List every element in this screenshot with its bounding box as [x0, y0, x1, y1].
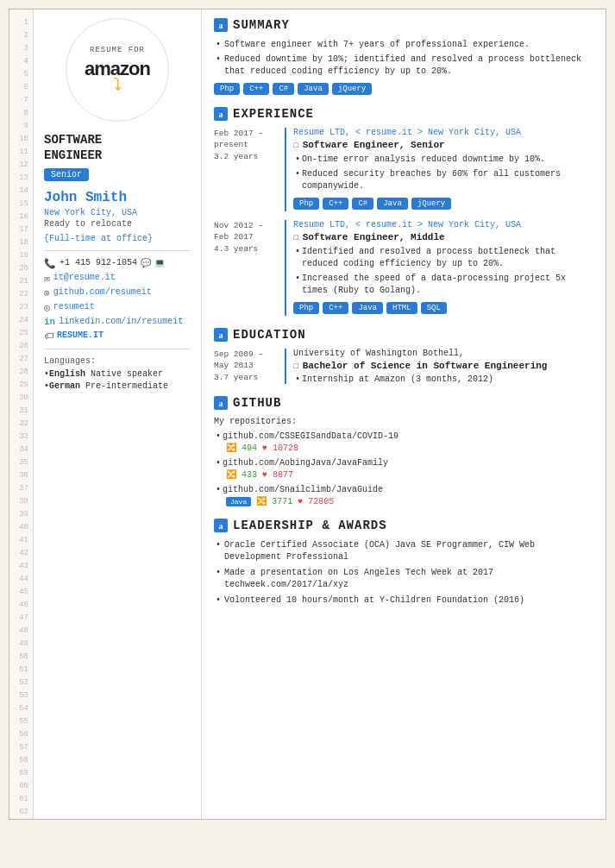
summary-icon: a	[214, 18, 228, 32]
award-bullet-1: Oracle Certified Associate (OCA) Java SE…	[214, 539, 593, 563]
job-1-date: Feb 2017 – present 3.2 years	[214, 128, 276, 211]
email-link[interactable]: it@resume.it	[53, 273, 116, 282]
repo-3-stats: Java 🔀 3771 ♥ 72805	[214, 496, 593, 506]
main-content: a SUMMARY Software engineer with 7+ year…	[202, 9, 606, 819]
tag-csharp: C#	[352, 198, 373, 210]
tag-java: Java	[377, 198, 408, 210]
amazon-logo: amazon ⤵	[85, 58, 150, 95]
experience-icon: a	[214, 107, 228, 121]
phone-icon: 📞	[44, 258, 56, 269]
fork-icon-1: 🔀 494	[226, 443, 257, 453]
job-2-company: Resume LTD, < resume.it > New York City,…	[293, 220, 593, 230]
seniority-badge: Senior	[44, 168, 89, 181]
tag-jquery: jQuery	[411, 198, 451, 210]
person-relocate: Ready to relocate	[44, 219, 191, 229]
divider	[44, 250, 191, 251]
tag-php: Php	[293, 198, 319, 210]
tag-csharp: C#	[273, 83, 294, 95]
job-title: SOFTWARE ENGINEER	[44, 132, 191, 163]
website-icon: ◎	[44, 302, 50, 313]
linkedin-link[interactable]: linkedin.com/in/resumeit	[59, 317, 183, 326]
contact-phone: 📞 +1 415 912-1054 💬 💻	[44, 258, 191, 269]
resume-for-label: RESUME FOR	[90, 46, 145, 54]
github-icon: ⊙	[44, 287, 50, 299]
job-2-bullet-1: Identified and resolved a process bottle…	[293, 246, 593, 270]
linkedin-icon: in	[44, 317, 55, 327]
tag-cpp: C++	[323, 302, 348, 314]
github-section-icon: a	[214, 396, 228, 410]
tag-jquery: jQuery	[332, 83, 372, 95]
company-logo-container: RESUME FOR amazon ⤵	[66, 18, 169, 122]
work-type: {Full-time at office}	[44, 234, 191, 243]
person-location: New York City, USA	[44, 208, 191, 217]
edu-internship: Internship at Amazon (3 months, 2012)	[293, 374, 593, 384]
repo-2: github.com/AobingJava/JavaFamily 🔀 433 ♥…	[214, 458, 593, 480]
edu-school: University of Washington Bothell,	[293, 349, 593, 358]
star-icon-3: ♥ 72805	[298, 497, 334, 506]
resumeit-link[interactable]: RESUME.IT	[57, 330, 104, 340]
awards-title: LEADERSHIP & AWARDS	[233, 519, 387, 532]
job-2-role: Software Engineer, Middle	[293, 231, 593, 242]
skype-icon: 💻	[154, 258, 165, 268]
repo-3-name: github.com/Snailclimb/JavaGuide	[214, 485, 593, 494]
job-1-company: Resume LTD, < resume.it > New York City,…	[293, 128, 593, 137]
website-link[interactable]: resumeit	[53, 302, 95, 311]
summary-section-header: a SUMMARY	[214, 18, 593, 32]
job-2-bullet-2: Increased the speed of a data-processing…	[293, 273, 593, 297]
education-content: Sep 2009 – May 2013 3.7 years University…	[214, 349, 593, 384]
summary-title: SUMMARY	[233, 18, 290, 32]
repo-1-stats: 🔀 494 ♥ 10728	[214, 443, 593, 453]
job-2: Nov 2012 – Feb 2017 4.3 years Resume LTD…	[214, 220, 593, 316]
language-german: German Pre-intermediate	[44, 381, 191, 391]
tag-sql: SQL	[421, 302, 447, 314]
summary-bullet-1: Software engineer with 7+ years of profe…	[214, 39, 593, 51]
edu-degree: Bachelor of Science in Software Engineer…	[293, 360, 593, 371]
job-1-bullet-2: Reduced security breaches by 60% for all…	[293, 168, 593, 192]
repo-3-java-tag: Java	[226, 497, 251, 506]
contact-website: ◎ resumeit	[44, 302, 191, 313]
repo-2-name: github.com/AobingJava/JavaFamily	[214, 458, 593, 468]
awards-icon: a	[214, 519, 228, 532]
github-title: GITHUB	[233, 396, 281, 410]
repo-3: github.com/Snailclimb/JavaGuide Java 🔀 3…	[214, 485, 593, 506]
experience-title: EXPERIENCE	[233, 107, 314, 121]
email-icon: ✉	[44, 273, 50, 284]
person-name: John Smith	[44, 190, 191, 205]
tag-java: Java	[298, 83, 329, 95]
summary-content: Software engineer with 7+ years of profe…	[214, 39, 593, 95]
job-1-role: Software Engineer, Senior	[293, 139, 593, 150]
github-link[interactable]: github.com/resumeit	[53, 287, 152, 297]
star-icon-2: ♥ 8877	[262, 470, 293, 480]
job-1-tags: Php C++ C# Java jQuery	[293, 198, 593, 210]
education-icon: a	[214, 328, 228, 342]
edu-body: University of Washington Bothell, Bachel…	[285, 349, 593, 384]
experience-section-header: a EXPERIENCE	[214, 107, 593, 121]
award-bullet-2: Made a presentation on Los Angeles Tech …	[214, 567, 593, 591]
education-section-header: a EDUCATION	[214, 328, 593, 342]
award-bullet-3: Volonteered 10 hours/month at Y-Children…	[214, 594, 593, 607]
contact-github: ⊙ github.com/resumeit	[44, 287, 191, 299]
tag-php: Php	[214, 83, 240, 95]
contact-email: ✉ it@resume.it	[44, 273, 191, 284]
languages-label: Languages:	[44, 356, 191, 366]
job-2-tags: Php C++ Java HTML SQL	[293, 302, 593, 314]
tag-php: Php	[293, 302, 319, 314]
language-english: English Native speaker	[44, 369, 191, 379]
line-numbers: 1 2 3 4 5 6 7 8 9 10 11 12 13 14 15 16 1…	[9, 9, 34, 819]
repo-2-stats: 🔀 433 ♥ 8877	[214, 469, 593, 480]
job-1: Feb 2017 – present 3.2 years Resume LTD,…	[214, 128, 593, 211]
education-title: EDUCATION	[233, 328, 306, 342]
job-1-body: Resume LTD, < resume.it > New York City,…	[285, 128, 593, 211]
fork-icon-3: 🔀 3771	[256, 496, 292, 506]
github-intro: My repositories:	[214, 417, 593, 426]
tag-cpp: C++	[243, 83, 269, 95]
divider-2	[44, 349, 191, 349]
resumeit-icon: 🏷	[44, 330, 53, 342]
whatsapp-icon: 💬	[141, 258, 151, 268]
star-icon-1: ♥ 10728	[262, 443, 298, 453]
fork-icon-2: 🔀 433	[226, 469, 257, 480]
tag-cpp: C++	[323, 198, 348, 210]
awards-section-header: a LEADERSHIP & AWARDS	[214, 519, 593, 532]
edu-date: Sep 2009 – May 2013 3.7 years	[214, 349, 276, 384]
resume-page: 1 2 3 4 5 6 7 8 9 10 11 12 13 14 15 16 1…	[9, 9, 606, 820]
